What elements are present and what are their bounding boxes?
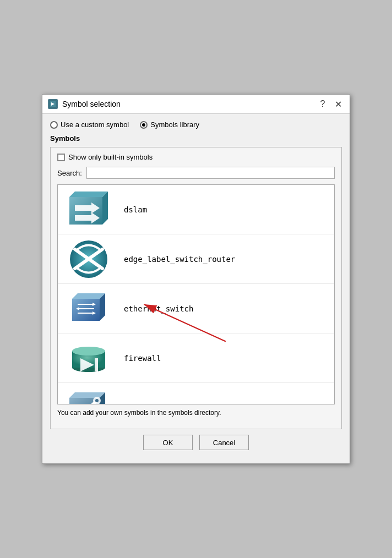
item-name-eswitch: ethernet_switch [124, 304, 193, 313]
radio-library-label: Symbols library [150, 121, 199, 129]
frs-icon [61, 386, 116, 404]
item-name-frs: frame_relay_switch [124, 403, 208, 404]
svg-marker-2 [69, 192, 108, 197]
title-bar: Symbol selection ? ✕ [42, 95, 350, 114]
eswitch-icon [61, 287, 116, 331]
dslam-icon [61, 188, 116, 232]
radio-custom-circle [50, 121, 58, 129]
radio-library-circle [140, 121, 148, 129]
dialog-title: Symbol selection [62, 100, 121, 108]
list-wrapper: dslam [57, 184, 335, 404]
svg-marker-28 [69, 392, 105, 398]
list-item[interactable]: ethernet_switch [58, 284, 334, 333]
list-item[interactable]: frame_relay_switch [58, 383, 334, 404]
search-row: Search: [57, 167, 335, 179]
built-in-checkbox-row[interactable]: Show only built-in symbols [57, 153, 335, 161]
list-item[interactable]: dslam [58, 185, 334, 234]
svg-marker-4 [102, 192, 108, 225]
help-button[interactable]: ? [317, 98, 329, 110]
title-bar-controls: ? ✕ [317, 98, 344, 110]
symbols-section-label: Symbols [50, 134, 342, 143]
item-name-dslam: dslam [124, 205, 147, 214]
item-name-elsr: edge_label_switch_router [124, 255, 235, 264]
radio-custom-label: Use a custom symbol [61, 121, 129, 129]
svg-rect-15 [72, 299, 100, 321]
svg-point-33 [95, 399, 99, 402]
title-bar-left: Symbol selection [48, 99, 121, 109]
radio-symbols-library[interactable]: Symbols library [140, 121, 199, 129]
radio-custom-symbol[interactable]: Use a custom symbol [50, 121, 129, 129]
svg-marker-14 [72, 293, 105, 299]
elsr-icon [61, 237, 116, 281]
search-label: Search: [57, 169, 82, 177]
firewall-icon [61, 336, 116, 380]
search-input[interactable] [86, 167, 335, 179]
svg-point-25 [72, 347, 105, 355]
radio-group: Use a custom symbol Symbols library [50, 121, 342, 129]
list-item[interactable]: edge_label_switch_router [58, 234, 334, 284]
footer-note: You can add your own symbols in the symb… [57, 409, 335, 417]
built-in-label: Show only built-in symbols [68, 153, 153, 161]
dialog-icon [48, 99, 58, 109]
built-in-checkbox[interactable] [57, 154, 65, 161]
symbol-list[interactable]: dslam [58, 185, 334, 404]
button-row: OK Cancel [50, 435, 342, 457]
symbol-selection-dialog: Symbol selection ? ✕ Use a custom symbol… [42, 94, 350, 464]
list-item[interactable]: firewall [58, 333, 334, 383]
close-button[interactable]: ✕ [332, 98, 344, 110]
svg-rect-27 [95, 358, 98, 371]
ok-button[interactable]: OK [143, 435, 193, 450]
symbol-list-container: dslam [57, 184, 335, 404]
cancel-button[interactable]: Cancel [199, 435, 249, 450]
symbols-box: Show only built-in symbols Search: [50, 147, 342, 429]
item-name-firewall: firewall [124, 354, 161, 363]
dialog-content: Use a custom symbol Symbols library Symb… [42, 114, 350, 463]
